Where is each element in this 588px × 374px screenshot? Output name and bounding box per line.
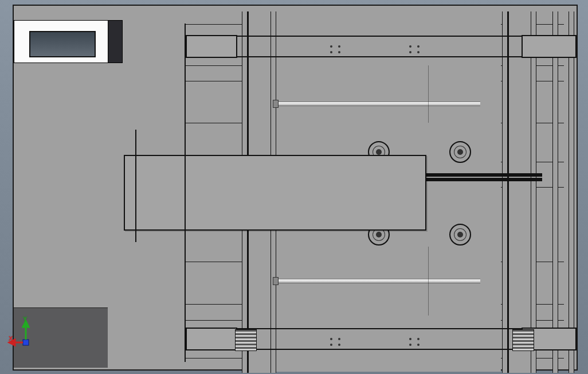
guide-rod-lower [276,279,480,283]
circular-boss [449,141,471,163]
panel-edge-vertical [185,24,186,362]
rail-carriage [186,35,237,58]
panel-seam [428,65,429,123]
gantry-arm[interactable] [124,155,426,231]
cross-beam-top [186,36,549,57]
guide-rod-upper [276,102,480,106]
machine-base [14,307,108,368]
roller-bearing [512,329,534,351]
rail-carriage [186,328,237,350]
circular-boss [449,224,471,246]
vertical-rail-right [508,11,532,373]
vertical-rail-edge [552,11,558,373]
rail-carriage [522,35,577,58]
enclosure-edge [108,20,123,63]
panel-seam [428,247,429,315]
roller-bearing [235,329,257,351]
vertical-rail-edge [502,11,508,373]
vertical-rail-edge [569,11,574,373]
rod-cap [273,100,279,108]
rod-cap [273,277,279,285]
control-panel[interactable] [14,20,109,63]
panel-edge-vertical [135,130,136,242]
vertical-rail-edge [531,11,536,373]
display-screen[interactable] [29,31,96,57]
cad-viewport[interactable]: X Y [0,0,588,374]
